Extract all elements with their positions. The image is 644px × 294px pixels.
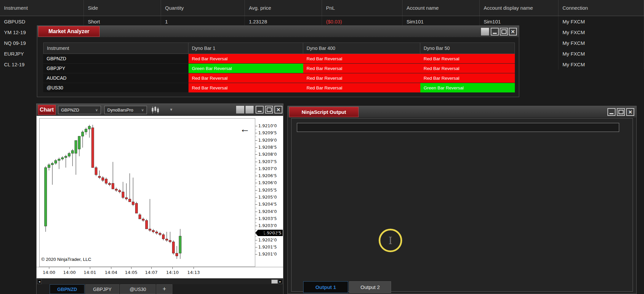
y-minor-tick bbox=[255, 194, 257, 194]
position-cell[interactable]: My FXCM bbox=[558, 38, 644, 48]
chart-title: Chart bbox=[38, 105, 56, 115]
time-axis-label: 14:05 bbox=[125, 270, 137, 275]
close-button[interactable]: ✕ bbox=[274, 106, 282, 114]
chart-tab-us30[interactable]: @US30 bbox=[120, 284, 156, 294]
column-header[interactable]: Dyno Bar 50 bbox=[420, 43, 515, 54]
signal-cell[interactable]: Red Bar Reversal bbox=[303, 83, 420, 93]
position-cell[interactable]: My FXCM bbox=[558, 48, 644, 59]
market-analyzer-titlebar[interactable]: Market Analyzer ✕ bbox=[37, 26, 519, 37]
minimize-button[interactable] bbox=[491, 28, 499, 35]
chart-horizontal-scrollbar[interactable]: ◄ ► bbox=[37, 278, 283, 285]
price-axis-label: 1.9206'5 bbox=[258, 173, 277, 178]
column-header[interactable]: Quantity bbox=[161, 0, 245, 16]
bar-chart-icon[interactable] bbox=[151, 106, 160, 114]
signal-cell[interactable]: Red Bar Reversal bbox=[189, 54, 303, 64]
toolbar-chevron-icon[interactable]: ▼ bbox=[169, 107, 173, 112]
copyright-label: © 2020 NinjaTrader, LLC bbox=[41, 257, 91, 262]
column-header[interactable]: Connection bbox=[558, 0, 644, 16]
column-header[interactable]: Side bbox=[84, 0, 161, 16]
column-header[interactable]: PnL bbox=[322, 0, 402, 16]
signal-cell[interactable]: Green Bar Reversal bbox=[189, 64, 303, 73]
signal-cell[interactable]: Red Bar Reversal bbox=[303, 64, 420, 73]
y-minor-tick bbox=[255, 222, 257, 223]
time-axis[interactable]: 14:0014:0014:0114:0414:0514:0714:1014:13 bbox=[37, 267, 283, 279]
signal-cell[interactable]: Red Bar Reversal bbox=[303, 54, 420, 64]
window-style-button-2[interactable] bbox=[246, 106, 254, 114]
chart-tab-strip: GBPNZDGBPJPY@US30+ bbox=[37, 284, 283, 294]
chart-tab-gbpjpy[interactable]: GBPJPY bbox=[85, 284, 119, 294]
price-axis-label: 1.9205'5 bbox=[258, 188, 277, 193]
signal-cell[interactable]: Red Bar Reversal bbox=[189, 83, 303, 93]
y-tick bbox=[255, 176, 257, 176]
series-dropdown[interactable]: DynoBarsPro ∨ bbox=[104, 106, 147, 114]
maximize-button[interactable] bbox=[500, 28, 508, 35]
window-style-button[interactable] bbox=[236, 106, 244, 114]
column-header[interactable]: Dyno Bar 1 bbox=[189, 43, 303, 54]
column-header[interactable]: Dyno Bar 400 bbox=[303, 43, 420, 54]
column-header[interactable]: Avg. price bbox=[245, 0, 322, 16]
time-axis-label: 14:04 bbox=[105, 270, 117, 275]
scrollbar-thumb[interactable] bbox=[271, 280, 278, 284]
minimize-icon bbox=[609, 113, 613, 114]
instrument-dropdown[interactable]: GBPNZD ∨ bbox=[58, 106, 101, 114]
minimize-button[interactable] bbox=[256, 106, 264, 114]
column-header[interactable]: Account display name bbox=[480, 0, 558, 16]
signal-cell[interactable]: Red Bar Reversal bbox=[189, 73, 303, 83]
minimize-icon bbox=[493, 33, 497, 34]
y-tick bbox=[255, 240, 257, 240]
signal-cell[interactable]: Green Bar Reversal bbox=[420, 83, 515, 93]
signal-cell[interactable]: Red Bar Reversal bbox=[420, 54, 515, 64]
output-panel bbox=[291, 118, 633, 292]
y-tick bbox=[255, 197, 257, 198]
y-tick bbox=[255, 190, 257, 191]
instrument-cell[interactable]: GBPNZD bbox=[43, 54, 189, 64]
cursor-highlight: I bbox=[379, 229, 402, 252]
price-axis-label: 1.9204'5 bbox=[258, 202, 277, 207]
window-style-button[interactable] bbox=[481, 28, 489, 35]
column-header[interactable]: Instrument bbox=[0, 0, 84, 16]
add-tab-button[interactable]: + bbox=[156, 284, 172, 294]
analyzer-row[interactable]: GBPJPYGreen Bar ReversalRed Bar Reversal… bbox=[43, 64, 515, 73]
y-minor-tick bbox=[255, 236, 257, 237]
column-header[interactable]: Instrument bbox=[43, 43, 189, 54]
position-cell[interactable]: My FXCM bbox=[558, 27, 644, 38]
column-header[interactable]: Account name bbox=[402, 0, 480, 16]
signal-cell[interactable]: Red Bar Reversal bbox=[420, 73, 515, 83]
price-axis[interactable]: 1.9202'5 1.9210'01.9209'51.9209'01.9208'… bbox=[255, 118, 283, 267]
analyzer-row[interactable]: AUDCADRed Bar ReversalRed Bar ReversalRe… bbox=[43, 73, 515, 83]
ninjascript-titlebar[interactable]: NinjaScript Output ✕ bbox=[288, 106, 636, 118]
scroll-left-icon[interactable]: ◄ bbox=[37, 279, 42, 284]
positions-grid-header: InstrumentSideQuantityAvg. pricePnLAccou… bbox=[0, 0, 644, 16]
signal-cell[interactable]: Red Bar Reversal bbox=[303, 73, 420, 83]
market-analyzer-rows: GBPNZDRed Bar ReversalRed Bar ReversalRe… bbox=[43, 54, 515, 93]
scroll-right-icon[interactable]: ► bbox=[278, 279, 282, 284]
close-button[interactable]: ✕ bbox=[509, 28, 517, 35]
chart-tab-gbpnzd[interactable]: GBPNZD bbox=[50, 284, 85, 294]
maximize-button[interactable] bbox=[617, 108, 625, 116]
position-cell[interactable]: My FXCM bbox=[558, 59, 644, 70]
position-cell[interactable]: My FXCM bbox=[558, 16, 644, 27]
price-axis-label: 1.9209'5 bbox=[258, 130, 277, 135]
analyzer-row[interactable]: @US30Red Bar ReversalRed Bar ReversalGre… bbox=[43, 83, 515, 93]
signal-cell[interactable]: Red Bar Reversal bbox=[420, 64, 515, 73]
output-filter-input[interactable] bbox=[297, 123, 619, 132]
output-tab-1[interactable]: Output 1 bbox=[303, 281, 348, 293]
time-axis-label: 14:07 bbox=[145, 270, 157, 275]
y-tick bbox=[255, 133, 257, 133]
instrument-cell[interactable]: GBPJPY bbox=[43, 64, 189, 73]
price-plot[interactable]: ← © 2020 NinjaTrader, LLC bbox=[39, 118, 255, 267]
back-arrow-icon[interactable]: ← bbox=[240, 124, 250, 134]
analyzer-row[interactable]: GBPNZDRed Bar ReversalRed Bar ReversalRe… bbox=[43, 54, 515, 64]
close-button[interactable]: ✕ bbox=[626, 108, 634, 116]
chart-titlebar[interactable]: Chart GBPNZD ∨ DynoBarsPro ∨ ▼ ✕ bbox=[37, 104, 283, 116]
minimize-button[interactable] bbox=[607, 108, 615, 116]
y-minor-tick bbox=[255, 165, 257, 165]
instrument-dropdown-value: GBPNZD bbox=[61, 107, 79, 113]
y-minor-tick bbox=[255, 243, 257, 244]
maximize-button[interactable] bbox=[265, 106, 273, 114]
instrument-cell[interactable]: @US30 bbox=[43, 83, 189, 93]
y-tick bbox=[255, 169, 257, 169]
price-axis-label: 1.9203'5 bbox=[258, 216, 277, 221]
instrument-cell[interactable]: AUDCAD bbox=[43, 73, 189, 83]
output-tab-2[interactable]: Output 2 bbox=[349, 281, 391, 293]
